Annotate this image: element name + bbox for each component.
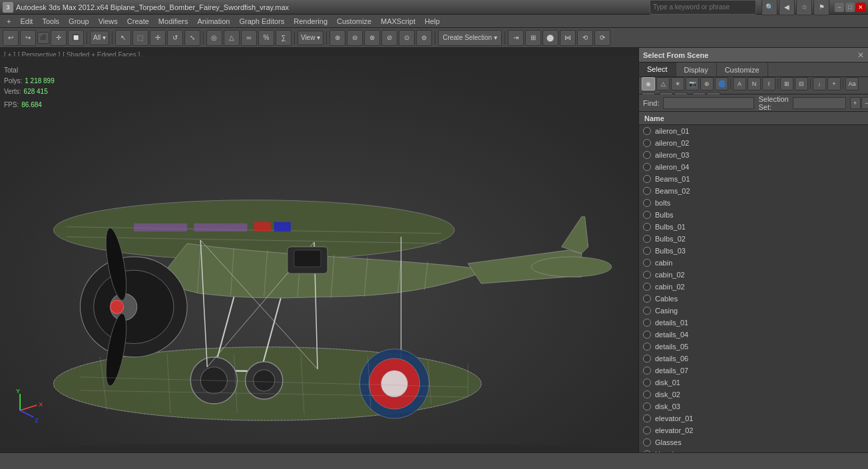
object-radio[interactable] [643,414,651,422]
tb-btn-3[interactable]: 🔲 [68,30,84,46]
list-item[interactable]: details_04 [639,329,868,341]
tb-btn-13[interactable]: ⊙ [399,30,415,46]
list-item[interactable]: details_06 [639,353,868,365]
display-subtree-btn[interactable]: ⊞ [780,77,793,90]
object-radio[interactable] [643,271,651,279]
tb-btn-12[interactable]: ⊘ [381,30,397,46]
menu-customize[interactable]: Customize [333,16,375,27]
menu-animation[interactable]: Animation [193,16,234,27]
tb-btn-18[interactable]: ⋈ [560,30,576,46]
display-influences-btn[interactable]: ⊟ [795,77,808,90]
list-item[interactable]: Cables [639,293,868,305]
search-btn[interactable]: 🔍 [761,0,777,15]
menu-group[interactable]: Group [65,16,93,27]
tb-btn-1[interactable]: ⬛ [37,32,49,44]
filter-none-btn[interactable]: N [748,77,761,90]
list-item[interactable]: details_07 [639,365,868,377]
view-dropdown[interactable]: View ▾ [298,31,324,45]
list-item[interactable]: Casing [639,305,868,317]
maximize-button[interactable]: □ [845,3,855,12]
menu-graph-editors[interactable]: Graph Editors [235,16,288,27]
list-item[interactable]: disk_01 [639,377,868,389]
rotate-button[interactable]: ↺ [167,30,183,46]
list-item[interactable]: bolts [639,197,868,209]
tab-customize[interactable]: Customize [717,63,768,77]
object-radio[interactable] [643,163,651,171]
filter-shapes-btn[interactable]: △ [656,77,670,90]
object-radio[interactable] [643,355,651,363]
object-list[interactable]: aileron_01aileron_02aileron_03aileron_04… [639,125,868,452]
object-radio[interactable] [643,402,651,410]
tb-btn-16[interactable]: ⊞ [525,30,541,46]
list-item[interactable]: disk_02 [639,389,868,400]
object-radio[interactable] [643,438,651,446]
select-children-btn[interactable]: ↓ [813,77,826,90]
move-button[interactable]: ✛ [150,30,166,46]
flag-btn[interactable]: ⚑ [813,0,829,15]
object-radio[interactable] [643,199,651,207]
menu-edit[interactable]: Edit [16,16,37,27]
object-radio[interactable] [643,283,651,291]
case-sensitive-btn[interactable]: Aa [845,77,859,90]
object-radio[interactable] [643,391,651,398]
tb-btn-9[interactable]: ⊕ [329,30,345,46]
menu-tools[interactable]: Tools [38,16,63,27]
list-item[interactable]: aileron_02 [639,137,868,149]
star-btn[interactable]: ☆ [796,0,812,15]
tb-btn-6[interactable]: ∞ [241,30,257,46]
filter-spacewarps-btn[interactable]: 🌀 [715,77,728,90]
object-radio[interactable] [643,259,651,267]
list-item[interactable]: Bulbs_02 [639,233,868,245]
undo-button[interactable]: ↩ [3,30,19,46]
object-radio[interactable] [643,367,651,375]
menu-views[interactable]: Views [95,16,122,27]
filter-invert-btn[interactable]: I [762,77,775,90]
list-item[interactable]: elevator_01 [639,412,868,424]
tb-btn-15[interactable]: ⇥ [508,30,524,46]
tb-create-selection[interactable]: Create Selection ▾ [438,30,502,46]
object-radio[interactable] [643,223,651,231]
close-button[interactable]: ✕ [856,3,865,12]
object-radio[interactable] [643,247,651,255]
object-radio[interactable] [643,139,651,147]
expand-btn[interactable]: + [827,77,841,90]
list-item[interactable]: cabin [639,257,868,269]
list-item[interactable]: Beams_02 [639,185,868,197]
viewport[interactable]: Total Polys: 1 218 899 Verts: 628 415 FP… [0,48,638,452]
tb-btn-11[interactable]: ⊗ [364,30,380,46]
select-region-button[interactable]: ⬚ [132,30,148,46]
list-item[interactable]: cabin_02 [639,269,868,281]
list-item[interactable]: Glasses [639,436,868,448]
object-radio[interactable] [643,307,651,315]
tab-select[interactable]: Select [639,63,676,77]
list-item[interactable]: aileron_04 [639,161,868,173]
scale-button[interactable]: ⤡ [184,30,200,46]
all-dropdown[interactable]: All ▾ [90,31,109,45]
filter-lights-btn[interactable]: ☀ [671,77,684,90]
select-button[interactable]: ↖ [115,30,131,46]
object-radio[interactable] [643,127,651,135]
tab-display[interactable]: Display [676,63,717,77]
object-radio[interactable] [643,211,651,219]
list-item[interactable]: Housing [639,448,868,452]
tb-btn-19[interactable]: ⟲ [577,30,593,46]
menu-plus[interactable]: + [3,16,15,27]
redo-button[interactable]: ↪ [20,30,36,46]
list-item[interactable]: aileron_01 [639,125,868,137]
sel-set-del-btn[interactable]: − [861,97,868,109]
list-item[interactable]: aileron_03 [639,149,868,161]
object-radio[interactable] [643,450,651,452]
list-item[interactable]: cabin_02 [639,281,868,293]
tb-btn-14[interactable]: ⊚ [416,30,432,46]
menu-create[interactable]: Create [123,16,153,27]
object-radio[interactable] [643,331,651,339]
back-btn[interactable]: ◀ [779,0,795,15]
object-radio[interactable] [643,151,651,159]
list-item[interactable]: Bulbs_03 [639,245,868,257]
sel-set-add-btn[interactable]: + [850,97,861,109]
selection-set-input[interactable] [793,97,846,109]
tb-btn-7[interactable]: % [258,30,274,46]
menu-maxscript[interactable]: MAXScript [377,16,419,27]
tb-btn-4[interactable]: ◎ [206,30,222,46]
list-item[interactable]: elevator_02 [639,424,868,436]
